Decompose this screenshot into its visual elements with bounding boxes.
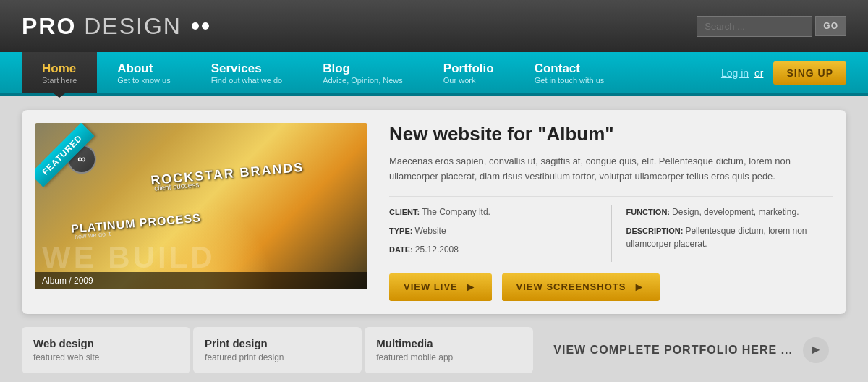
meta-col-1: CLIENT: The Company ltd. TYPE: Website D… (389, 205, 611, 262)
meta-val-date: 25.12.2008 (415, 245, 459, 255)
featured-card: ROCKSTAR BRANDS client success PLATINUM … (22, 110, 846, 314)
featured-content: New website for "Album" Maecenas eros sa… (389, 123, 833, 301)
nav-sub-services: Find out what we do (211, 76, 282, 85)
meta-col-2: FUNCTION: Design, development, marketing… (611, 205, 834, 262)
logo-pro: PRO (22, 13, 76, 39)
nav-label-portfolio: Portfolio (443, 61, 494, 76)
or-label: or (754, 67, 763, 79)
bottom-cards: Web design featured web site Print desig… (22, 327, 846, 373)
nav-label-about: About (117, 61, 170, 76)
meta-function: FUNCTION: Design, development, marketing… (626, 205, 834, 218)
featured-meta: CLIENT: The Company ltd. TYPE: Website D… (389, 196, 833, 262)
login-area: Log in or (721, 67, 767, 79)
featured-image: ROCKSTAR BRANDS client success PLATINUM … (35, 123, 367, 289)
card-title-web: Web design (33, 337, 179, 349)
card-sub-web: featured web site (33, 352, 179, 362)
meta-description: DESCRIPTION: Pellentesque dictum, lorem … (626, 224, 834, 250)
meta-key-date: DATE: (389, 245, 415, 254)
nav-label-home: Home (42, 61, 77, 76)
nav-item-services[interactable]: Services Find out what we do (191, 52, 302, 93)
login-link[interactable]: Log in (721, 67, 749, 79)
meta-val-client: The Company ltd. (422, 207, 490, 217)
meta-key-client: CLIENT: (389, 208, 422, 216)
meta-val-function: Design, development, marketing. (672, 207, 799, 217)
nav-item-portfolio[interactable]: Portfolio Our work (423, 52, 514, 93)
view-portfolio-label: VIEW COMPLETE PORTFOLIO HERE ... (553, 344, 793, 357)
nav-sub-blog: Advice, Opinion, News (323, 76, 403, 85)
nav-label-services: Services (211, 61, 282, 76)
nav-item-contact[interactable]: Contact Get in touch with us (514, 52, 625, 93)
logo-dot-2 (202, 22, 209, 30)
nav-item-about[interactable]: About Get to know us (97, 52, 190, 93)
nav-label-contact: Contact (535, 61, 605, 76)
nav-sub-about: Get to know us (117, 76, 170, 85)
featured-title: New website for "Album" (389, 123, 833, 145)
nav-sub-contact: Get in touch with us (535, 76, 605, 85)
search-input[interactable] (697, 16, 812, 37)
nav-sub-home: Start here (42, 76, 77, 85)
img-text-build: WE BUILD (42, 240, 216, 275)
logo-design: DESIGN (84, 13, 182, 39)
meta-client: CLIENT: The Company ltd. (389, 205, 597, 218)
nav-sub-portfolio: Our work (443, 76, 494, 85)
card-sub-multimedia: featured mobile app (376, 352, 522, 362)
view-live-arrow: ► (465, 281, 477, 294)
meta-date: DATE: 25.12.2008 (389, 243, 597, 256)
logo-text: PRO DESIGN (22, 13, 182, 40)
nav-label-blog: Blog (323, 61, 403, 76)
card-title-print: Print design (205, 337, 350, 349)
site-header: PRO DESIGN GO (0, 0, 868, 52)
portfolio-card-multimedia[interactable]: Multimedia featured mobile app (365, 327, 533, 373)
featured-ribbon: FEATURED (35, 123, 94, 187)
search-button[interactable]: GO (815, 16, 846, 36)
view-screenshots-arrow: ► (633, 281, 645, 294)
logo-area: PRO DESIGN (22, 13, 209, 40)
featured-description: Maecenas eros sapien, convallis ut, sagi… (389, 154, 833, 184)
card-title-multimedia: Multimedia (376, 337, 522, 349)
view-portfolio-button[interactable]: VIEW COMPLETE PORTFOLIO HERE ... ► (536, 327, 846, 373)
featured-actions: VIEW LIVE ► VIEW SCREENSHOTS ► (389, 273, 833, 301)
portfolio-card-print[interactable]: Print design featured print design (193, 327, 362, 373)
view-live-button[interactable]: VIEW LIVE ► (389, 273, 492, 301)
logo-dot-1 (192, 22, 199, 30)
main-content: ROCKSTAR BRANDS client success PLATINUM … (0, 96, 868, 382)
nav-item-blog[interactable]: Blog Advice, Opinion, News (302, 52, 423, 93)
meta-val-type: Website (414, 226, 446, 236)
main-nav: Home Start here About Get to know us Ser… (0, 52, 868, 96)
portfolio-card-web[interactable]: Web design featured web site (22, 327, 190, 373)
ribbon-wrapper: FEATURED (35, 123, 107, 195)
meta-key-description: DESCRIPTION: (626, 226, 686, 235)
view-screenshots-button[interactable]: VIEW SCREENSHOTS ► (502, 273, 660, 301)
meta-key-type: TYPE: (389, 226, 414, 235)
card-sub-print: featured print design (205, 352, 350, 362)
signup-button[interactable]: SING UP (773, 61, 846, 85)
image-caption: Album / 2009 (35, 272, 367, 289)
meta-key-function: FUNCTION: (626, 208, 673, 216)
nav-item-home[interactable]: Home Start here (22, 52, 97, 93)
search-area: GO (697, 16, 846, 37)
nav-auth-area: Log in or SING UP (721, 52, 846, 93)
logo-dots (192, 22, 209, 30)
view-portfolio-arrow-icon: ► (803, 337, 829, 363)
featured-image-wrapper: ROCKSTAR BRANDS client success PLATINUM … (35, 123, 367, 289)
meta-type: TYPE: Website (389, 224, 597, 237)
